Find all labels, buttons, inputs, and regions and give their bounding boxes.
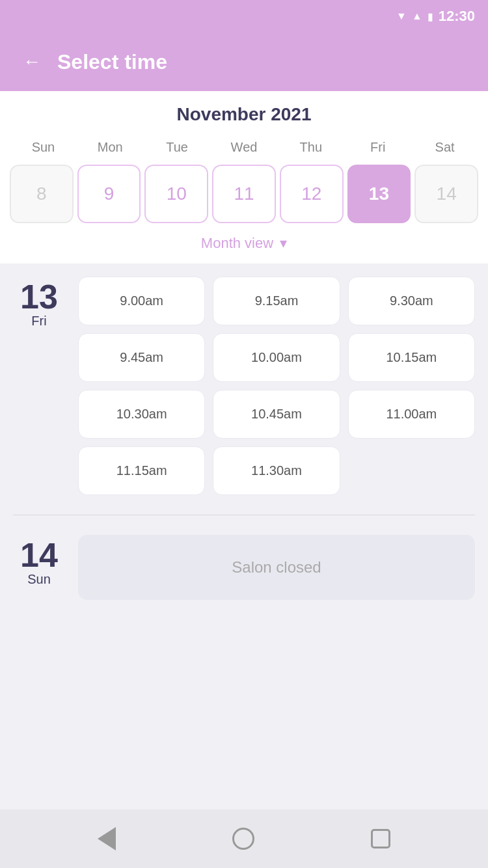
time-slot-1115[interactable]: 11.15am <box>78 446 205 495</box>
nav-recent-button[interactable] <box>371 829 390 848</box>
wifi-icon: ▼ <box>396 10 407 22</box>
day-headers: Sun Mon Tue Wed Thu Fri Sat <box>10 137 478 158</box>
day-cells: 8 9 10 11 12 13 14 <box>10 165 478 223</box>
day-header-wed: Wed <box>211 137 278 158</box>
day-label-13: 13 Fri <box>13 277 65 495</box>
battery-icon: ▮ <box>427 10 433 23</box>
bottom-nav <box>0 809 488 868</box>
time-slot-1100[interactable]: 11.00am <box>348 390 475 439</box>
salon-closed-label: Salon closed <box>78 535 475 600</box>
time-slot-1030[interactable]: 10.30am <box>78 390 205 439</box>
time-slot-915[interactable]: 9.15am <box>213 277 340 325</box>
status-icons: ▼ ▲ ▮ 12:30 <box>396 8 475 25</box>
day-cell-12[interactable]: 12 <box>280 165 344 223</box>
time-display: 12:30 <box>439 8 475 25</box>
day-cell-10[interactable]: 10 <box>144 165 208 223</box>
day-cell-11[interactable]: 11 <box>212 165 276 223</box>
day-header-tue: Tue <box>144 137 211 158</box>
day-header-thu: Thu <box>277 137 344 158</box>
day-header-sat: Sat <box>411 137 478 158</box>
day-cell-8: 8 <box>10 165 74 223</box>
chevron-down-icon: ▾ <box>280 235 287 252</box>
day-cell-14: 14 <box>414 165 478 223</box>
time-slot-945[interactable]: 9.45am <box>78 333 205 382</box>
day-label-14: 14 Sun <box>13 535 65 600</box>
time-slot-1000[interactable]: 10.00am <box>213 333 340 382</box>
timeslots-section: 13 Fri 9.00am 9.15am 9.30am 9.45am 10.00… <box>0 264 488 691</box>
day-block-13: 13 Fri 9.00am 9.15am 9.30am 9.45am 10.00… <box>13 277 475 495</box>
month-view-row[interactable]: Month view ▾ <box>10 223 478 264</box>
day-header-sun: Sun <box>10 137 77 158</box>
signal-icon: ▲ <box>412 10 422 22</box>
calendar-section: November 2021 Sun Mon Tue Wed Thu Fri Sa… <box>0 91 488 264</box>
day-number-14: 14 <box>20 538 58 572</box>
day-header-mon: Mon <box>77 137 144 158</box>
month-view-label: Month view <box>201 235 273 252</box>
day-cell-13[interactable]: 13 <box>347 165 411 223</box>
day-name-14: Sun <box>27 572 51 587</box>
time-slot-930[interactable]: 9.30am <box>348 277 475 325</box>
day-name-13: Fri <box>31 314 46 329</box>
day-header-fri: Fri <box>344 137 411 158</box>
time-slot-1015[interactable]: 10.15am <box>348 333 475 382</box>
nav-home-button[interactable] <box>232 828 254 850</box>
day-number-13: 13 <box>20 280 58 314</box>
slots-grid-13: 9.00am 9.15am 9.30am 9.45am 10.00am 10.1… <box>78 277 475 495</box>
time-slot-1130[interactable]: 11.30am <box>213 446 340 495</box>
page-title: Select time <box>57 50 167 74</box>
time-slot-900[interactable]: 9.00am <box>78 277 205 325</box>
status-bar: ▼ ▲ ▮ 12:30 <box>0 0 488 33</box>
day-block-14: 14 Sun Salon closed <box>13 535 475 600</box>
day-cell-9[interactable]: 9 <box>77 165 141 223</box>
header: ← Select time <box>0 33 488 91</box>
nav-back-button[interactable] <box>98 827 116 850</box>
time-slot-1045[interactable]: 10.45am <box>213 390 340 439</box>
day-divider <box>13 515 475 515</box>
back-button[interactable]: ← <box>20 48 44 75</box>
month-title: November 2021 <box>10 104 478 125</box>
